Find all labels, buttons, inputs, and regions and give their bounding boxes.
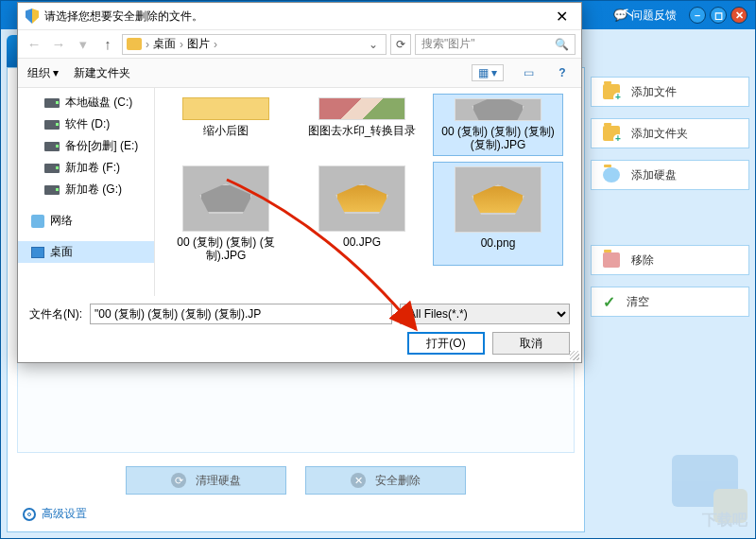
dialog-body: 本地磁盘 (C:) 软件 (D:) 备份[勿删] (E:) 新加卷 (F:) 新… [18,88,581,296]
network-icon [31,215,44,228]
nav-up-button[interactable]: ↑ [97,34,118,55]
secure-delete-button[interactable]: ✕ 安全删除 [305,466,466,495]
file-caption: 00 (复制) (复制) (复制) (复制).JPG [438,125,558,151]
file-grid[interactable]: 缩小后图 图图去水印_转换目录 00 (复制) (复制) (复制) (复制).J… [155,88,581,296]
file-plus-icon [603,84,620,99]
organize-menu[interactable]: 组织 ▾ [27,65,59,81]
image-thumb [455,98,541,121]
minimize-button[interactable]: – [689,7,706,24]
add-file-label: 添加文件 [631,84,677,100]
folder-tree[interactable]: 本地磁盘 (C:) 软件 (D:) 备份[勿删] (E:) 新加卷 (F:) 新… [18,88,155,296]
file-item[interactable]: 图图去水印_转换目录 [297,94,427,156]
maximize-button[interactable]: ◻ [710,7,727,24]
folder-thumb [182,97,269,120]
chevron-right-icon: › [180,38,183,51]
folder-icon [127,38,142,50]
resize-grip[interactable] [570,351,579,360]
new-folder-button[interactable]: 新建文件夹 [74,65,130,81]
crumb-desktop[interactable]: 桌面 [153,36,176,52]
minus-icon [603,252,620,268]
refresh-button[interactable]: ⟳ [390,34,411,55]
dialog-buttons: 打开(O) 取消 [29,332,570,355]
address-dropdown[interactable]: ⌄ [365,38,382,51]
remove-label: 移除 [631,252,654,269]
add-file-button[interactable]: 添加文件 [591,77,749,107]
tree-drive-f[interactable]: 新加卷 (F:) [18,157,154,179]
chevron-right-icon: › [146,38,149,51]
tree-network[interactable]: 网络 [18,210,154,232]
filename-label: 文件名(N): [29,306,82,322]
file-caption: 00.png [481,236,516,250]
delete-icon: ✕ [351,473,366,488]
file-item-selected[interactable]: 00.png [433,162,563,266]
address-bar[interactable]: › 桌面 › 图片 › ⌄ [122,34,387,55]
gear-icon [23,508,36,521]
dialog-nav: ← → ▾ ↑ › 桌面 › 图片 › ⌄ ⟳ 搜索"图片" 🔍 [18,29,581,58]
add-disk-label: 添加硬盘 [631,167,677,183]
tree-drive-c[interactable]: 本地磁盘 (C:) [18,92,154,113]
dialog-titlebar: 请选择您想要安全删除的文件。 ✕ [18,3,581,29]
sidebar-separator [591,201,749,234]
drive-icon [44,98,60,108]
file-item-selected[interactable]: 00 (复制) (复制) (复制) (复制).JPG [433,94,563,156]
folder-thumb [318,97,405,120]
remove-button[interactable]: 移除 [591,245,749,275]
file-caption: 00 (复制) (复制) (复制).JPG [164,235,287,262]
chevron-right-icon: › [214,38,217,51]
cancel-button[interactable]: 取消 [492,332,570,355]
drive-icon [44,185,60,195]
image-thumb [318,165,405,232]
secure-delete-label: 安全删除 [375,473,421,489]
view-mode-button[interactable]: ▦ ▾ [472,64,504,81]
filename-row: 文件名(N): All Files(*.*) [29,304,570,324]
add-folder-button[interactable]: 添加文件夹 [591,118,749,148]
filename-input[interactable] [90,304,392,324]
search-input[interactable]: 搜索"图片" 🔍 [415,34,576,55]
disk-plus-icon [603,167,620,183]
tree-drive-e[interactable]: 备份[勿删] (E:) [18,135,154,157]
bottom-actions: ⟳ 清理硬盘 ✕ 安全删除 [17,453,575,500]
add-folder-label: 添加文件夹 [631,126,688,142]
clean-disk-button[interactable]: ⟳ 清理硬盘 [126,466,286,495]
desktop-icon [31,247,44,258]
tree-drive-d[interactable]: 软件 (D:) [18,113,154,135]
dialog-close-button[interactable]: ✕ [550,8,574,26]
file-caption: 缩小后图 [203,124,249,137]
nav-back-button[interactable]: ← [24,34,44,55]
search-icon: 🔍 [555,38,569,51]
tree-drive-g[interactable]: 新加卷 (G:) [18,179,154,200]
close-button[interactable]: ✕ [730,7,747,24]
clear-button[interactable]: ✓ 清空 [591,287,749,317]
advanced-settings-link[interactable]: 高级设置 [17,500,575,522]
image-thumb [182,165,269,232]
check-icon: ✓ [603,293,615,311]
dialog-title: 请选择您想要安全删除的文件。 [44,9,203,25]
dialog-footer: 文件名(N): All Files(*.*) 打开(O) 取消 [18,296,581,364]
filetype-select[interactable]: All Files(*.*) [400,304,570,324]
file-item[interactable]: 缩小后图 [161,94,291,156]
preview-pane-button[interactable]: ▭ [519,64,538,81]
advanced-label: 高级设置 [42,506,87,522]
file-item[interactable]: 00 (复制) (复制) (复制).JPG [161,162,291,266]
nav-recent-button[interactable]: ▾ [73,34,94,55]
file-caption: 图图去水印_转换目录 [308,124,417,137]
help-button[interactable]: ? [553,64,572,81]
drive-icon [44,120,60,130]
sidebar: 添加文件 添加文件夹 添加硬盘 移除 ✓ 清空 [591,35,749,532]
file-open-dialog: 请选择您想要安全删除的文件。 ✕ ← → ▾ ↑ › 桌面 › 图片 › ⌄ ⟳… [17,2,582,363]
add-disk-button[interactable]: 添加硬盘 [591,160,749,190]
open-button[interactable]: 打开(O) [407,332,485,355]
search-placeholder: 搜索"图片" [421,36,475,52]
dialog-toolbar: 组织 ▾ 新建文件夹 ▦ ▾ ▭ ? [18,58,581,88]
clear-label: 清空 [627,294,649,310]
clean-disk-label: 清理硬盘 [196,473,241,489]
drive-icon [44,164,60,173]
shield-icon [26,9,39,24]
nav-forward-button[interactable]: → [48,34,69,55]
file-item[interactable]: 00.JPG [297,162,427,266]
tree-desktop[interactable]: 桌面 [18,241,154,263]
feedback-label: 问题反馈 [631,8,677,24]
drive-icon [44,142,60,151]
file-caption: 00.JPG [343,235,381,249]
crumb-pictures[interactable]: 图片 [187,36,210,52]
